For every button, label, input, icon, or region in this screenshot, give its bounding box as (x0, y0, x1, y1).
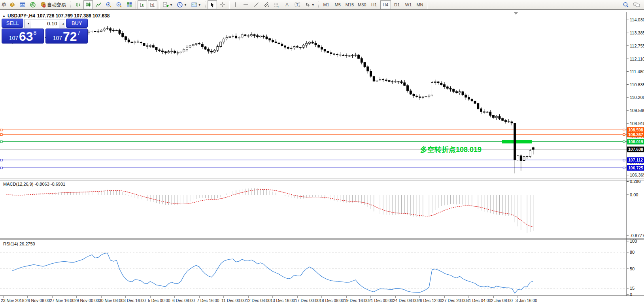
timeframe-m1-button[interactable]: M1 (321, 0, 332, 9)
auto-scroll-button[interactable] (138, 0, 147, 9)
chart-window-button[interactable] (18, 0, 27, 9)
toolbar-separator (159, 1, 159, 9)
text-label-button[interactable]: T (293, 0, 302, 9)
svg-text:31 Dec 04:00: 31 Dec 04:00 (466, 298, 491, 303)
tile-windows-button[interactable] (125, 0, 134, 9)
timeframe-m30-button[interactable]: M30 (356, 0, 368, 9)
price-badge: 107.112 (627, 157, 644, 163)
timeframe-w1-button[interactable]: W1 (403, 0, 414, 9)
fibonacci-button[interactable]: F (272, 0, 281, 9)
chart-title: ▲ USDJPY-,H4 107.726 107.769 107.386 107… (2, 13, 110, 19)
green-bar-object (502, 140, 532, 143)
timeframe-mn-button[interactable]: MN (415, 0, 425, 9)
equidistant-channel-button[interactable]: E (262, 0, 271, 9)
chart-canvas[interactable]: 114.030113.385112.755112.110111.480110.8… (0, 11, 644, 306)
timeframe-h4-button[interactable]: H4 (380, 0, 391, 9)
chart-shift-button[interactable] (148, 0, 157, 9)
svg-text:F: F (278, 6, 280, 8)
lot-decrease-button[interactable]: ▼ (25, 19, 31, 28)
lot-increase-button[interactable]: ▲ (59, 19, 65, 28)
broadcast-button[interactable] (28, 0, 38, 9)
svg-text:0.286: 0.286 (630, 179, 641, 184)
buy-price-button[interactable]: 107 72 7 (45, 29, 88, 44)
svg-text:-0.8777: -0.8777 (630, 233, 644, 238)
line-handle[interactable] (623, 167, 625, 169)
svg-text:112.110: 112.110 (630, 57, 644, 61)
tile-windows-icon (126, 2, 132, 8)
zoom-out-icon (116, 2, 122, 8)
svg-text:114.030: 114.030 (630, 17, 644, 22)
cursor-button[interactable] (208, 0, 217, 9)
toolbar-separator (317, 1, 320, 9)
autotrading-button[interactable]: 自动交易 (38, 0, 68, 9)
svg-text:106.365: 106.365 (630, 173, 644, 177)
templates-button[interactable]: ▼ (189, 0, 203, 9)
text-button[interactable]: A (282, 0, 292, 9)
line-handle[interactable] (623, 134, 625, 136)
bar-chart-button[interactable] (73, 0, 83, 9)
buy-price-prefix: 107 (53, 35, 62, 41)
candlestick-chart-button[interactable] (83, 0, 93, 9)
buy-price-sup: 7 (77, 30, 81, 36)
line-handle[interactable] (0, 141, 2, 143)
vertical-line-button[interactable] (231, 0, 240, 9)
dropdown-arrow-icon: ▼ (198, 3, 201, 7)
line-handle[interactable] (623, 159, 625, 161)
horizontal-line-button[interactable] (241, 0, 251, 9)
broadcast-icon (30, 2, 36, 8)
chart-shift-marker[interactable] (514, 12, 518, 15)
collapse-panel-icon[interactable]: ▲ (2, 14, 6, 18)
toolbar-separator (427, 1, 427, 9)
svg-text:112.755: 112.755 (630, 44, 644, 48)
line-handle[interactable] (623, 141, 625, 143)
line-handle[interactable] (0, 159, 2, 161)
text-a-icon: A (284, 2, 290, 8)
chart-window-icon (19, 2, 26, 8)
price-badge: 106.725 (627, 165, 644, 171)
buy-price-big: 72 (63, 30, 77, 42)
line-handle[interactable] (623, 129, 625, 131)
svg-text:107.638: 107.638 (628, 147, 643, 152)
search-icon (623, 2, 629, 8)
line-chart-button[interactable] (94, 0, 103, 9)
zoom-out-button[interactable] (114, 0, 124, 9)
svg-text:100: 100 (630, 239, 637, 243)
svg-text:0: 0 (630, 292, 632, 297)
timeframe-m5-button[interactable]: M5 (332, 0, 343, 9)
indicators-button[interactable]: ▼ (161, 0, 174, 9)
svg-text:0.00: 0.00 (630, 192, 638, 197)
line-handle[interactable] (0, 129, 2, 131)
svg-text:T: T (296, 3, 298, 7)
svg-text:80: 80 (630, 250, 635, 255)
zoom-in-button[interactable] (104, 0, 113, 9)
timeframe-m15-button[interactable]: M15 (344, 0, 355, 9)
arrows-button[interactable]: ▼ (303, 0, 316, 9)
svg-text:108.598: 108.598 (628, 127, 643, 132)
chart-window: 114.030113.385112.755112.110111.480110.8… (0, 11, 644, 306)
sell-price-button[interactable]: 107 63 8 (2, 29, 44, 44)
chat-button[interactable] (631, 0, 642, 9)
new-order-button[interactable]: 单 (2, 2, 6, 8)
periods-button[interactable]: ▼ (175, 0, 189, 9)
crosshair-button[interactable] (218, 0, 227, 9)
rsi-axis: 1008050150 (627, 239, 637, 297)
svg-text:27 Nov 16:00: 27 Nov 16:00 (50, 298, 75, 303)
line-handle[interactable] (0, 134, 2, 136)
price-axis: 114.030113.385112.755112.110111.480110.8… (627, 17, 644, 177)
svg-text:21 Dec 00:00: 21 Dec 00:00 (368, 298, 393, 303)
search-button[interactable] (621, 0, 631, 9)
timeframe-h1-button[interactable]: H1 (369, 0, 380, 9)
buy-button[interactable]: BUY (66, 19, 88, 28)
rsi-line (12, 253, 533, 293)
dropdown-arrow-icon: ▼ (184, 3, 187, 7)
auto-scroll-icon (139, 2, 145, 8)
bar-chart-icon (75, 2, 81, 8)
timeframe-d1-button[interactable]: D1 (392, 0, 402, 9)
line-handle[interactable] (0, 167, 2, 169)
svg-text:109.560: 109.560 (630, 108, 644, 113)
sell-button[interactable]: SELL (2, 19, 23, 28)
trendline-button[interactable] (251, 0, 261, 9)
macd-pane (6, 188, 533, 232)
order-box-icon[interactable] (8, 0, 17, 9)
lot-size-input[interactable] (31, 19, 59, 28)
